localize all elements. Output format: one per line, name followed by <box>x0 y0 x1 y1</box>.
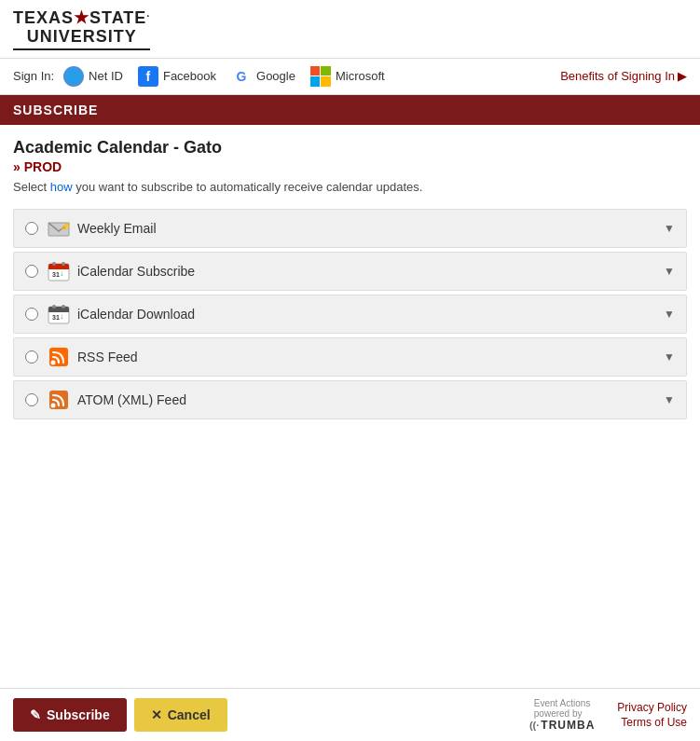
microsoft-icon <box>310 66 331 87</box>
privacy-policy-link[interactable]: Privacy Policy <box>617 701 687 714</box>
chevron-down-icon: ▼ <box>664 308 675 321</box>
svg-text:⚡: ⚡ <box>62 221 70 230</box>
microsoft-label: Microsoft <box>336 69 385 83</box>
svg-point-6 <box>52 262 56 266</box>
svg-point-14 <box>62 305 65 309</box>
svg-rect-5 <box>48 267 69 269</box>
footer-links: Privacy Policy Terms of Use <box>617 701 687 729</box>
cancel-button[interactable]: ✕ Cancel <box>134 698 227 732</box>
svg-text:31: 31 <box>52 271 60 278</box>
icalendar-download-label: iCalendar Download <box>77 307 664 322</box>
svg-text:↓: ↓ <box>60 268 64 278</box>
chevron-down-icon: ▼ <box>664 222 675 235</box>
atom-icon <box>48 391 70 409</box>
chevron-down-icon: ▼ <box>664 393 675 406</box>
signin-facebook[interactable]: f Facebook <box>138 66 216 87</box>
logo: TEXAS★STATE. UNIVERSITY <box>13 7 150 50</box>
footer-buttons: ✎ Subscribe ✕ Cancel <box>13 698 227 732</box>
svg-point-7 <box>62 262 65 266</box>
signin-providers: 🌐 Net ID f Facebook G Google Microsoft <box>63 66 385 87</box>
cancel-icon: ✕ <box>151 707 162 722</box>
rss-feed-label: RSS Feed <box>77 350 664 364</box>
terms-of-use-link[interactable]: Terms of Use <box>621 716 687 729</box>
chevron-right-icon: ▶ <box>678 69 687 83</box>
option-icalendar-subscribe[interactable]: 31 ↓ iCalendar Subscribe ▼ <box>13 252 687 291</box>
subscribe-button[interactable]: ✎ Subscribe <box>13 698 127 732</box>
signin-netid[interactable]: 🌐 Net ID <box>63 66 123 87</box>
logo-text: TEXAS★STATE. UNIVERSITY <box>13 7 150 47</box>
chevron-down-icon: ▼ <box>664 265 675 278</box>
svg-point-18 <box>51 360 56 364</box>
how-link[interactable]: how <box>50 180 73 194</box>
svg-text:31: 31 <box>52 314 60 321</box>
svg-point-13 <box>52 305 56 309</box>
netid-label: Net ID <box>89 69 123 83</box>
calendar-prod: PROD <box>13 159 687 174</box>
subscribe-bar-label: SUBSCRIBE <box>13 103 98 117</box>
trumba-text: TRUMBA <box>541 719 595 732</box>
logo-underline <box>13 48 150 50</box>
option-weekly-email[interactable]: ⚡ Weekly Email ▼ <box>13 209 687 248</box>
facebook-label: Facebook <box>163 69 216 83</box>
atom-feed-label: ATOM (XML) Feed <box>77 392 664 407</box>
footer-right: Event Actions powered by ((· TRUMBA Priv… <box>529 698 687 732</box>
option-icalendar-download[interactable]: 31 ↓ iCalendar Download ▼ <box>13 295 687 334</box>
google-icon: G <box>231 66 252 87</box>
powered-by-text: Event Actions powered by <box>534 698 591 719</box>
signin-label: Sign In: <box>13 69 54 83</box>
option-rss-feed[interactable]: RSS Feed ▼ <box>13 337 687 377</box>
radio-atom-feed[interactable] <box>25 393 38 406</box>
globe-icon: 🌐 <box>63 66 84 87</box>
ical-download-icon: 31 ↓ <box>48 305 70 323</box>
icalendar-subscribe-label: iCalendar Subscribe <box>77 264 664 279</box>
logo-star: ★ <box>74 8 89 27</box>
email-icon: ⚡ <box>48 219 70 238</box>
footer: ✎ Subscribe ✕ Cancel Event Actions power… <box>0 688 700 741</box>
weekly-email-label: Weekly Email <box>77 221 664 236</box>
benefits-link[interactable]: Benefits of Signing In ▶ <box>560 69 687 83</box>
chevron-down-icon: ▼ <box>664 350 675 364</box>
signin-microsoft[interactable]: Microsoft <box>310 66 385 87</box>
radio-icalendar-subscribe[interactable] <box>25 265 38 278</box>
trumba-area: Event Actions powered by ((· TRUMBA <box>529 698 595 732</box>
google-label: Google <box>256 69 295 83</box>
ical-subscribe-icon: 31 ↓ <box>48 262 70 281</box>
svg-rect-12 <box>48 309 69 312</box>
option-atom-feed[interactable]: ATOM (XML) Feed ▼ <box>13 380 687 419</box>
options-list: ⚡ Weekly Email ▼ 31 ↓ iCalendar Subs <box>13 209 687 419</box>
svg-point-20 <box>51 403 56 407</box>
main-content: Academic Calendar - Gato PROD Select how… <box>0 125 700 688</box>
signin-bar: Sign In: 🌐 Net ID f Facebook G Google Mi… <box>0 59 700 95</box>
header: TEXAS★STATE. UNIVERSITY <box>0 0 700 59</box>
calendar-title: Academic Calendar - Gato <box>13 138 687 158</box>
rss-icon <box>48 348 70 366</box>
subscribe-desc: Select how you want to subscribe to auto… <box>13 180 687 194</box>
subscribe-icon: ✎ <box>30 707 41 722</box>
trumba-logo: ((· TRUMBA <box>529 719 595 732</box>
svg-text:↓: ↓ <box>60 311 64 321</box>
facebook-icon: f <box>138 66 158 87</box>
signin-google[interactable]: G Google <box>231 66 295 87</box>
subscribe-bar: SUBSCRIBE <box>0 95 700 125</box>
radio-icalendar-download[interactable] <box>25 308 38 321</box>
radio-rss-feed[interactable] <box>25 350 38 364</box>
radio-weekly-email[interactable] <box>25 222 38 235</box>
